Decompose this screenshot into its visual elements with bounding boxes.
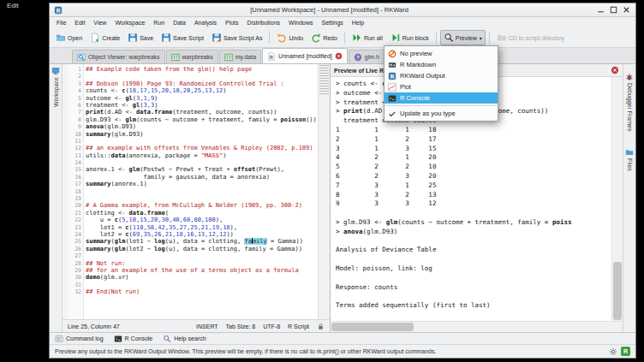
toolbar-save-script[interactable]: Save Script [158, 30, 207, 45]
run-block-icon [391, 33, 401, 43]
menu-item-label: R Console [400, 94, 430, 102]
svg-text:R: R [57, 7, 61, 13]
menu-view[interactable]: View [89, 19, 110, 27]
line-number: 29 [69, 267, 81, 274]
scrollbar-thumb[interactable] [331, 323, 414, 331]
toolbar-preview[interactable]: Preview▾ [440, 30, 486, 45]
toolview-debugger-frames[interactable]: Debugger Frames [625, 73, 634, 131]
menu-run[interactable]: Run [149, 19, 169, 27]
menu-item-update-as-you-type[interactable]: Update as you type [385, 108, 498, 119]
tab-glm-h[interactable]: ?glm.h [349, 50, 385, 63]
toolview-button-help-search[interactable]: Help search [163, 335, 206, 343]
tab-label: glm.h [365, 54, 379, 60]
menu-settings[interactable]: Settings [317, 19, 347, 27]
preview-horizontal-scrollbar[interactable] [331, 321, 623, 332]
toolbar-label: Undo [289, 35, 303, 41]
redo-icon [311, 33, 321, 43]
menu-item-r-markdown[interactable]: R Markdown [385, 59, 498, 70]
menu-item-no-preview[interactable]: No preview [385, 48, 498, 59]
menu-file[interactable]: File [52, 19, 70, 27]
menu-item-rkward-output[interactable]: RRKWard Output [385, 70, 498, 81]
code-line [86, 73, 318, 80]
toolview-workspace[interactable]: Workspace [51, 67, 60, 107]
script-editor-pane: 1234567891011121314151617181920212223242… [63, 64, 331, 332]
title-bar[interactable]: R [Unnamed Workspace] - Unnamed [modifie… [50, 3, 635, 17]
line-number: 15 [69, 166, 81, 173]
line-number: 3 [69, 80, 81, 87]
menu-workspace[interactable]: Workspace [110, 19, 149, 27]
lock-icon[interactable] [317, 323, 325, 330]
preview-close-icon[interactable] [611, 66, 619, 74]
debugger-icon [625, 73, 634, 81]
code-editor[interactable]: ## Example code taken from the glm() hel… [84, 64, 318, 319]
menu-analysis[interactable]: Analysis [190, 19, 221, 27]
line-number: 13 [69, 152, 81, 159]
encoding[interactable]: UTF-8 [263, 323, 280, 329]
gear-icon[interactable] [609, 347, 617, 356]
toolview-files[interactable]: Files [625, 148, 634, 171]
toolbar-save-script-as[interactable]: Save Script As [208, 30, 266, 45]
tab-close-icon[interactable] [335, 52, 343, 60]
toolbar-open[interactable]: Open [52, 30, 86, 45]
menu-data[interactable]: Data [169, 19, 190, 27]
tab-label: warpbreaks [182, 54, 213, 60]
editor-scrollbar[interactable] [318, 64, 330, 319]
code-line [336, 292, 611, 301]
menu-item-label: Plot [400, 83, 411, 91]
toolbar-label: Save Script As [224, 35, 263, 41]
insert-mode[interactable]: INSERT [196, 323, 218, 329]
code-line: ## for an example of the use of a terms … [86, 267, 318, 274]
toolbar-cd-to-script-directory[interactable]: CD to script directory [493, 30, 568, 45]
line-number: 12 [69, 145, 81, 151]
code-line: treatment <- gl(3,3) [86, 102, 318, 109]
menu-plots[interactable]: Plots [221, 19, 243, 27]
editor-status-bar: Line 25, Column 47 INSERT Tab Size: 8 UT… [63, 319, 330, 332]
help-page-icon: ? [354, 53, 362, 62]
tab-size[interactable]: Tab Size: 8 [226, 323, 256, 329]
checkmark-icon [388, 110, 397, 118]
tab-my-data[interactable]: my.data [219, 50, 261, 63]
toolbar-create[interactable]: Create [86, 30, 123, 45]
toolbar-run-block[interactable]: Run block [387, 30, 432, 45]
code-line: Model: poisson, link: log [336, 264, 611, 274]
menu-separator [385, 105, 497, 106]
tab-unnamed-modified[interactable]: RUnnamed [modified] [262, 48, 348, 63]
tab-object-viewer-warpbreaks[interactable]: Object Viewer: warpbreaks [72, 50, 165, 63]
rkward-app-icon[interactable]: R [54, 6, 63, 15]
minimize-button[interactable] [596, 5, 605, 15]
close-button[interactable] [622, 5, 631, 15]
toolbar-label: Save [140, 35, 153, 41]
menu-item-r-console[interactable]: R Console [385, 92, 498, 104]
toolview-button-label: R Console [125, 335, 153, 341]
code-line: ## Dobson (1990) Page 93: Randomized Con… [86, 80, 318, 87]
toolbar-run-all[interactable]: Run all [349, 30, 386, 45]
toolview-button-command-log[interactable]: Command log [55, 335, 104, 343]
code-line: 6 2 3 20 [336, 172, 611, 181]
line-number: 25 [69, 238, 81, 245]
code-line: family = gaussian, data = anorexia) [86, 174, 318, 181]
maximize-button[interactable] [609, 5, 618, 15]
code-line: lot2 = c(69,35,26,21,18,16,13,12,12)) [86, 231, 318, 238]
cursor-position[interactable]: Line 25, Column 47 [68, 323, 120, 329]
preview-vertical-scrollbar[interactable] [611, 77, 623, 321]
toolbar-undo[interactable]: Undo [273, 30, 307, 45]
menu-help[interactable]: Help [348, 19, 368, 27]
status-bar: Preview any output to the RKWard Output … [50, 344, 635, 358]
console-icon [114, 335, 122, 343]
toolview-label: Files [627, 158, 633, 171]
file-type[interactable]: R Script [288, 323, 309, 329]
menu-edit[interactable]: Edit [70, 19, 89, 27]
toolbar-redo[interactable]: Redo [307, 30, 341, 45]
toolbar-save[interactable]: Save [124, 30, 157, 45]
code-line [86, 188, 318, 195]
line-number: 26 [69, 246, 81, 252]
toolview-button-r-console[interactable]: R Console [114, 335, 153, 343]
scrollbar-thumb[interactable] [613, 262, 622, 320]
tab-warpbreaks[interactable]: warpbreaks [166, 50, 218, 63]
menu-item-plot[interactable]: Plot [385, 81, 498, 92]
left-toolview-strip: Workspace [50, 64, 63, 332]
menu-windows[interactable]: Windows [284, 19, 317, 27]
background-edit-label: Edit [7, 2, 19, 9]
document-new-icon [90, 33, 100, 43]
menu-distributions[interactable]: Distributions [243, 19, 285, 27]
